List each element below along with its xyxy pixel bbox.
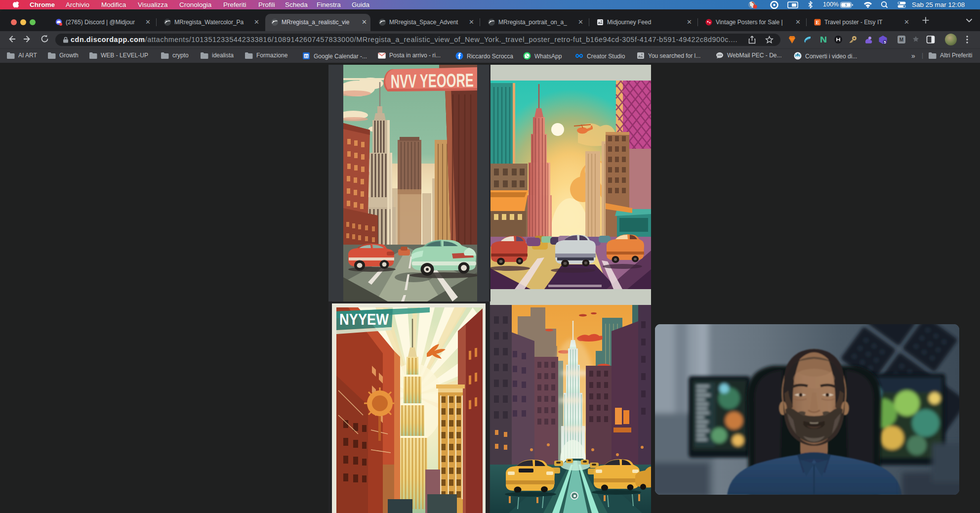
svg-text:31: 31: [304, 54, 308, 58]
svg-text:NYYEW: NYYEW: [339, 311, 389, 328]
svg-text:E: E: [816, 20, 819, 25]
svg-text:5: 5: [884, 41, 886, 44]
svg-text:M: M: [899, 37, 903, 43]
svg-text:NVV YEOORE: NVV YEOORE: [391, 70, 474, 91]
